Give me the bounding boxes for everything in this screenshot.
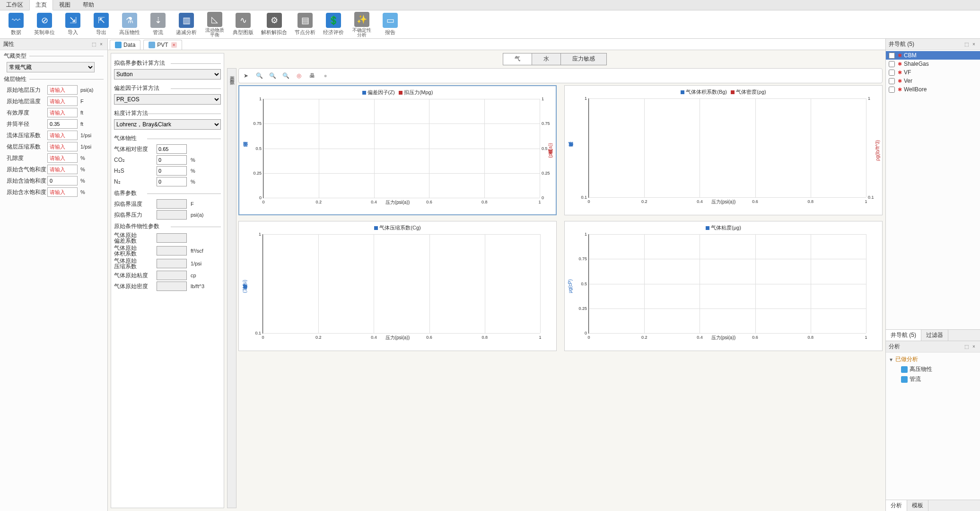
bottom-tab[interactable]: 模板	[907, 500, 928, 511]
well-item[interactable]: ✱WellBore	[886, 85, 980, 94]
prop-unit: %	[78, 178, 99, 184]
close-icon[interactable]: ×	[971, 41, 977, 48]
param-input[interactable]	[157, 271, 187, 280]
ribbon-money[interactable]: 💲经济评价	[323, 13, 344, 36]
menu-工作区[interactable]: 工作区	[0, 0, 29, 10]
pin-icon[interactable]: ⬚	[963, 344, 970, 350]
prop-input[interactable]	[47, 97, 78, 106]
ribbon-drill[interactable]: ⇣管流	[148, 13, 168, 36]
param-input[interactable]	[157, 166, 187, 176]
chart-card[interactable]: 偏差因子(Z)拟压力(Mpg)偏差因子拟压力(psi(a))000.250.25…	[238, 85, 557, 215]
doc-tab-pvt[interactable]: PVT×	[143, 40, 182, 50]
tree-child[interactable]: 管流	[890, 374, 976, 384]
zfactor-method-select[interactable]: PR_EOS	[114, 94, 221, 105]
ribbon-arrow-out[interactable]: ⇱导出	[91, 13, 112, 36]
pointer-tool-icon[interactable]: ➤	[241, 70, 251, 81]
well-checkbox[interactable]	[889, 78, 895, 84]
zoom-fit-icon[interactable]: 🔍	[280, 70, 291, 81]
well-item[interactable]: ✱VF	[886, 68, 980, 77]
param-input[interactable]	[157, 155, 187, 165]
prop-input[interactable]	[47, 142, 78, 151]
well-item[interactable]: ✱Ver	[886, 77, 980, 85]
menu-帮助[interactable]: 帮助	[77, 0, 100, 10]
zoom-out-icon[interactable]: 🔍	[267, 70, 278, 81]
x-tick: 0	[587, 335, 590, 340]
well-checkbox[interactable]	[889, 61, 895, 67]
ribbon-circle-slash[interactable]: ⊘英制单位	[34, 13, 55, 36]
param-input[interactable]	[157, 210, 187, 220]
well-item[interactable]: ✱ShaleGas	[886, 60, 980, 68]
bottom-tab[interactable]: 分析	[886, 500, 907, 511]
well-item[interactable]: ✱CBM	[886, 51, 980, 60]
param-unit: lb/ft^3	[187, 283, 213, 289]
phase-tab-2[interactable]: 应力敏感	[560, 53, 607, 65]
ribbon-doc[interactable]: ▭报告	[380, 13, 401, 36]
ribbon-bars-down[interactable]: ▥递减分析	[176, 13, 197, 36]
pin-icon[interactable]: ⬚	[90, 41, 97, 48]
param-input[interactable]	[157, 233, 187, 243]
print-icon[interactable]: 🖶	[307, 70, 317, 81]
ribbon-label: 经济评价	[323, 29, 344, 36]
phase-tab-0[interactable]: 气	[503, 53, 532, 65]
plot-area: 000.250.250.50.50.750.751100.20.40.60.81	[263, 99, 540, 198]
prop-input[interactable]	[47, 108, 78, 117]
well-checkbox[interactable]	[889, 53, 895, 59]
ribbon-curve[interactable]: ∿典型图版	[233, 13, 254, 36]
tree-child[interactable]: 高压物性	[890, 364, 976, 374]
tab-icon	[149, 42, 155, 48]
prop-label: 储层压缩系数	[7, 143, 47, 151]
pseudo-crit-method-select[interactable]: Sutton	[114, 69, 221, 79]
prop-input[interactable]	[47, 85, 78, 95]
menu-视图[interactable]: 视图	[53, 0, 77, 10]
chart-legend: 气体粘度(μg)	[567, 223, 880, 232]
phase-tab-1[interactable]: 水	[532, 53, 561, 65]
x-tick: 0.2	[316, 200, 322, 204]
param-input[interactable]	[157, 177, 187, 186]
bottom-tab[interactable]: 过滤器	[921, 330, 948, 341]
param-row: N₂%	[114, 177, 221, 186]
well-checkbox[interactable]	[889, 87, 895, 93]
chart-toolbar: ➤ 🔍 🔍 🔍 ◎ 🖶 ●	[238, 68, 883, 83]
param-label: N₂	[114, 178, 157, 185]
close-icon[interactable]: ×	[98, 41, 105, 48]
prop-input[interactable]	[47, 131, 78, 140]
ribbon-flask[interactable]: ⚗高压物性	[119, 13, 140, 36]
param-input[interactable]	[157, 246, 187, 256]
close-icon[interactable]: ×	[971, 344, 977, 350]
prop-input[interactable]	[47, 176, 78, 185]
param-input[interactable]	[157, 282, 187, 291]
param-input[interactable]	[157, 259, 187, 268]
doc-tab-data[interactable]: Data	[110, 40, 140, 50]
target-icon[interactable]: ◎	[294, 70, 304, 81]
arrow-in-icon: ⇲	[65, 13, 80, 28]
menu-主页[interactable]: 主页	[29, 0, 53, 10]
ribbon-gear[interactable]: ⚙解析解拟合	[261, 13, 287, 36]
close-icon[interactable]: ×	[171, 42, 177, 48]
chart-card[interactable]: 气体压缩系数(Cg)气体压缩系数(1/psi)0.1100.20.40.60.8…	[238, 221, 557, 351]
zoom-in-icon[interactable]: 🔍	[254, 70, 264, 81]
prop-input[interactable]	[47, 119, 78, 129]
chart-card[interactable]: 气体粘度(μg)μg(cP)00.250.50.75100.20.40.60.8…	[564, 221, 883, 351]
well-checkbox[interactable]	[889, 70, 895, 76]
ribbon-sheets[interactable]: ▤节点分析	[295, 13, 315, 36]
prop-row: 原始含油饱和度%	[0, 175, 107, 186]
ribbon-wand[interactable]: ✨不确定性分析	[351, 12, 372, 37]
y2-axis-label: ρg(lb/ft^3)	[875, 140, 880, 160]
properties-panel: 属性 ⬚ × 气藏类型 常规气藏 储层物性 原始地层压力psi(a)原始地层温度…	[0, 39, 108, 511]
ribbon-arrow-in[interactable]: ⇲导入	[62, 13, 83, 36]
pin-icon[interactable]: ⬚	[963, 41, 970, 48]
ribbon-wave[interactable]: 〰数据	[6, 13, 26, 36]
chart-card[interactable]: 气体体积系数(Bg)气体密度(ρg)气体体积系数ρg(lb/ft^3)0.10.…	[564, 85, 883, 215]
param-input[interactable]	[157, 144, 187, 154]
y2-tick: 0.75	[542, 121, 554, 126]
tree-root[interactable]: ▾ 已做分析	[890, 354, 976, 364]
prop-input[interactable]	[47, 187, 78, 197]
param-input[interactable]	[157, 199, 187, 209]
y-axis-label: 气体压缩系数(1/psi)	[242, 280, 248, 293]
reservoir-type-select[interactable]: 常规气藏	[7, 62, 95, 72]
prop-input[interactable]	[47, 153, 78, 163]
viscosity-method-select[interactable]: Lohrenz，Bray&Clark	[114, 119, 221, 130]
ribbon-triangle[interactable]: ◺流动物质平衡	[204, 12, 225, 37]
bottom-tab[interactable]: 井导航 (5)	[886, 330, 921, 341]
prop-input[interactable]	[47, 165, 78, 174]
